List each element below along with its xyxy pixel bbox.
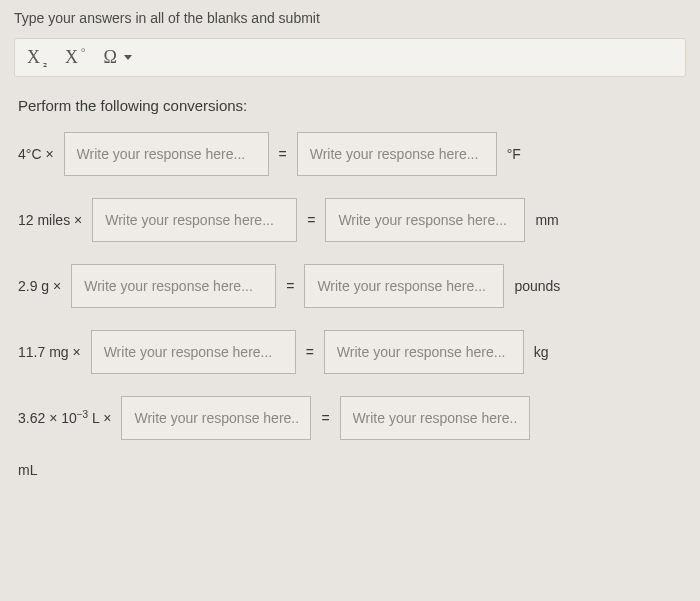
result-input[interactable] (324, 330, 524, 374)
factor-input[interactable] (91, 330, 296, 374)
factor-input[interactable] (92, 198, 297, 242)
row-left-label: 12 miles × (18, 212, 82, 228)
conversion-row: 11.7 mg × = kg (18, 330, 682, 374)
row-left-label: 2.9 g × (18, 278, 61, 294)
conversion-row: 4°C × = °F (18, 132, 682, 176)
conversion-row: 2.9 g × = pounds (18, 264, 682, 308)
unit-label: kg (534, 344, 549, 360)
result-input[interactable] (297, 132, 497, 176)
instruction-text: Type your answers in all of the blanks a… (0, 0, 700, 38)
conversion-row: 3.62 × 10−3 L × = (18, 396, 682, 440)
row-left-label: 3.62 × 10−3 L × (18, 410, 111, 426)
result-input[interactable] (304, 264, 504, 308)
unit-label: °F (507, 146, 521, 162)
equals-sign: = (307, 212, 315, 228)
equals-sign: = (321, 410, 329, 426)
subscript-button[interactable]: X₂ (27, 47, 47, 68)
conversion-row: 12 miles × = mm (18, 198, 682, 242)
question-prompt: Perform the following conversions: (0, 97, 700, 132)
superscript-button[interactable]: X° (65, 47, 85, 68)
unit-label: mm (535, 212, 558, 228)
conversion-rows: 4°C × = °F 12 miles × = mm 2.9 g × = pou… (0, 132, 700, 440)
equals-sign: = (306, 344, 314, 360)
row-left-label: 11.7 mg × (18, 344, 81, 360)
omega-icon: Ω (103, 47, 116, 68)
factor-input[interactable] (64, 132, 269, 176)
result-input[interactable] (340, 396, 530, 440)
row-left-label: 4°C × (18, 146, 54, 162)
superscript-x: X (65, 47, 78, 68)
result-input[interactable] (325, 198, 525, 242)
equals-sign: = (286, 278, 294, 294)
factor-input[interactable] (71, 264, 276, 308)
symbol-dropdown[interactable]: Ω (103, 47, 131, 68)
factor-input[interactable] (121, 396, 311, 440)
chevron-down-icon (124, 55, 132, 60)
subscript-x: X (27, 47, 40, 68)
unit-label: pounds (514, 278, 560, 294)
format-toolbar: X₂ X° Ω (14, 38, 686, 77)
equals-sign: = (279, 146, 287, 162)
superscript-mark: ° (81, 46, 85, 58)
exponent: −3 (77, 409, 88, 420)
subscript-mark: ₂ (43, 57, 47, 70)
trailing-unit-label: mL (0, 462, 700, 478)
